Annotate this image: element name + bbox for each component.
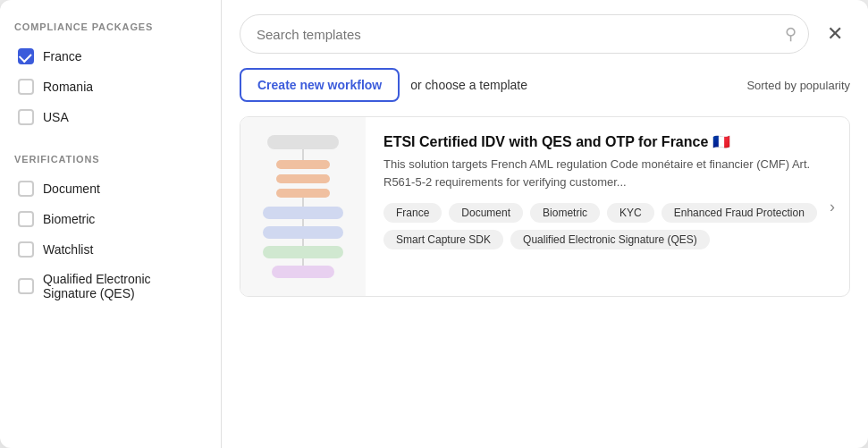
compliance-checkbox-usa[interactable]	[18, 109, 34, 125]
main-panel: ⚲ ✕ Create new workflow or choose a temp…	[222, 0, 868, 448]
sidebar: COMPLIANCE PACKAGES FranceRomaniaUSA VER…	[0, 0, 222, 448]
verification-item-biometric[interactable]: Biometric	[14, 204, 206, 234]
svg-rect-9	[263, 246, 343, 258]
template-tag[interactable]: Biometric	[530, 203, 600, 223]
create-workflow-button[interactable]: Create new workflow	[240, 68, 400, 102]
svg-rect-2	[276, 174, 330, 183]
verifications-section-title: VERIFICATIONS	[14, 154, 206, 165]
verification-item-qualified-electronic-signature-(qes)[interactable]: Qualified Electronic Signature (QES)	[14, 265, 206, 308]
top-bar: ⚲ ✕	[240, 14, 850, 54]
verification-checkbox[interactable]	[18, 181, 34, 197]
template-tag[interactable]: Smart Capture SDK	[383, 230, 503, 249]
compliance-section: COMPLIANCE PACKAGES FranceRomaniaUSA	[14, 21, 206, 132]
verification-label: Qualified Electronic Signature (QES)	[43, 272, 203, 300]
svg-rect-1	[276, 160, 330, 169]
template-card[interactable]: ETSI Certified IDV with QES and OTP for …	[240, 116, 850, 297]
compliance-checkbox-romania[interactable]	[18, 79, 34, 95]
compliance-label-france: France	[43, 49, 82, 63]
sorted-by-label: Sorted by popularity	[746, 79, 850, 92]
or-text: or choose a template	[410, 78, 527, 92]
search-input[interactable]	[240, 14, 809, 54]
close-button[interactable]: ✕	[820, 21, 850, 47]
compliance-item-romania[interactable]: Romania	[14, 72, 206, 102]
compliance-item-usa[interactable]: USA	[14, 102, 206, 132]
verification-item-watchlist[interactable]: Watchlist	[14, 234, 206, 265]
template-tag[interactable]: Qualified Electronic Signature (QES)	[510, 230, 710, 249]
verification-checkbox[interactable]	[18, 278, 34, 294]
verification-item-document[interactable]: Document	[14, 173, 206, 204]
svg-rect-7	[263, 226, 343, 239]
template-tag[interactable]: Document	[449, 203, 523, 223]
verifications-section: VERIFICATIONS DocumentBiometricWatchlist…	[14, 154, 206, 308]
template-content: ETSI Certified IDV with QES and OTP for …	[366, 117, 849, 296]
template-thumbnail	[240, 117, 366, 296]
compliance-item-france[interactable]: France	[14, 41, 206, 72]
compliance-checkbox-france[interactable]	[18, 48, 34, 64]
modal: COMPLIANCE PACKAGES FranceRomaniaUSA VER…	[0, 0, 868, 448]
verification-label: Watchlist	[43, 242, 93, 257]
svg-rect-0	[267, 135, 339, 149]
template-title: ETSI Certified IDV with QES and OTP for …	[383, 133, 831, 150]
verification-checkbox[interactable]	[18, 211, 34, 227]
templates-list: ETSI Certified IDV with QES and OTP for …	[240, 116, 850, 434]
verification-label: Document	[43, 182, 100, 196]
template-tag[interactable]: Enhanced Fraud Protection	[662, 203, 817, 223]
compliance-section-title: COMPLIANCE PACKAGES	[14, 21, 206, 32]
template-tag[interactable]: KYC	[607, 203, 654, 223]
compliance-label-usa: USA	[43, 110, 69, 124]
chevron-right-icon: ›	[830, 198, 835, 216]
compliance-label-romania: Romania	[43, 80, 93, 94]
search-icon: ⚲	[785, 24, 796, 44]
verification-checkbox[interactable]	[18, 241, 34, 258]
verification-label: Biometric	[43, 212, 95, 226]
svg-rect-5	[263, 207, 343, 219]
svg-rect-11	[272, 266, 334, 278]
template-description: This solution targets French AML regulat…	[383, 156, 831, 190]
search-container: ⚲	[240, 14, 809, 54]
template-tag[interactable]: France	[383, 203, 442, 223]
template-tags: FranceDocumentBiometricKYCEnhanced Fraud…	[383, 203, 831, 249]
svg-rect-3	[276, 189, 330, 198]
action-bar: Create new workflow or choose a template…	[240, 68, 850, 102]
